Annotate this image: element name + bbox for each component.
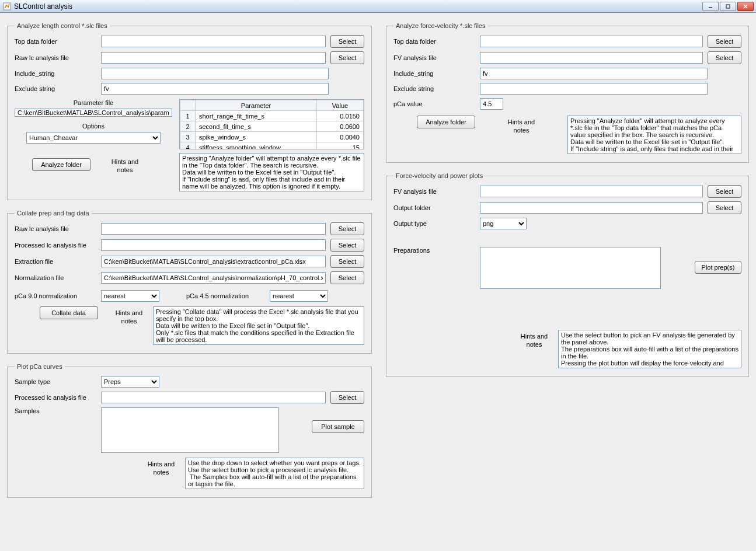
lc-raw-file-input[interactable]: [101, 52, 326, 64]
collate-pca45-label: pCa 4.5 normalization: [186, 292, 249, 299]
collate-processed-select-button[interactable]: Select: [330, 239, 364, 252]
window-buttons: [702, 2, 754, 11]
fv-pca-value-label: pCa value: [393, 100, 475, 107]
collate-processed-label: Processed lc analysis file: [15, 242, 96, 249]
fvp-output-folder-input[interactable]: [480, 202, 703, 214]
collate-hints-notes[interactable]: Pressing "Collate data" will process the…: [153, 306, 364, 345]
lc-top-folder-input[interactable]: [101, 36, 326, 47]
collate-normalization-label: Normalization file: [15, 274, 96, 281]
collate-raw-input[interactable]: [101, 223, 326, 235]
fvp-analysis-file-label: FV analysis file: [393, 188, 475, 195]
fv-top-folder-label: Top data folder: [393, 38, 475, 45]
pca-hints-label: Hints and notes: [144, 458, 178, 489]
collate-data-button[interactable]: Collate data: [40, 306, 98, 319]
fv-analysis-file-select-button[interactable]: Select: [708, 51, 741, 64]
param-table-head-value: Value: [317, 100, 364, 111]
lc-options-label: Options: [15, 123, 172, 130]
collate-normalization-select-button[interactable]: Select: [330, 271, 364, 284]
lc-parameter-file-label: Parameter file: [15, 99, 172, 106]
fv-top-folder-input[interactable]: [480, 36, 703, 47]
collate-pca90-label: pCa 9.0 normalization: [15, 292, 96, 299]
collate-normalization-input[interactable]: [101, 272, 326, 284]
collate-extraction-select-button[interactable]: Select: [330, 255, 364, 268]
lc-include-label: Include_string: [15, 70, 96, 77]
lc-exclude-label: Exclude string: [15, 85, 96, 92]
fvp-output-folder-select-button[interactable]: Select: [708, 201, 741, 214]
lc-top-folder-label: Top data folder: [15, 38, 96, 45]
lc-include-input[interactable]: [101, 68, 329, 79]
panel-collate-caption: Collate prep and tag data: [15, 210, 92, 217]
collate-raw-label: Raw lc analysis file: [15, 225, 96, 232]
panel-analyze-fv: Analyze force-velocity *.slc files Top d…: [386, 22, 749, 163]
pca-samples-label: Samples: [15, 407, 96, 414]
panel-fv-power: Force-velocity and power plots FV analys…: [386, 172, 749, 377]
lc-parameter-file-input[interactable]: [15, 109, 172, 117]
fv-analysis-file-input[interactable]: [480, 52, 703, 64]
fv-hints-label: Hints and notes: [504, 116, 538, 135]
fv-hints-notes[interactable]: Pressing "Analyze folder" will attempt t…: [567, 116, 741, 154]
collate-processed-input[interactable]: [101, 239, 326, 251]
lc-analyze-folder-button[interactable]: Analyze folder: [32, 158, 90, 171]
collate-hints-label: Hints and notes: [112, 306, 146, 345]
plot-sample-button[interactable]: Plot sample: [312, 420, 364, 433]
pca-hints-notes[interactable]: Use the drop down to select whether you …: [185, 458, 364, 489]
fvp-analysis-file-input[interactable]: [480, 186, 703, 197]
fv-top-folder-select-button[interactable]: Select: [708, 35, 741, 48]
table-row: 4stiffness_smoothing_window15: [180, 142, 364, 150]
lc-raw-file-label: Raw lc analysis file: [15, 54, 96, 61]
lc-raw-file-select-button[interactable]: Select: [330, 51, 364, 64]
window-title: SLControl analysis: [14, 2, 702, 11]
table-row: 1short_range_fit_time_s0.0150: [180, 111, 364, 121]
fvp-preparations-listbox[interactable]: [480, 247, 661, 289]
panel-analyze-length-caption: Analyze length control *.slc files: [15, 22, 110, 29]
fv-include-label: Include_string: [393, 70, 475, 77]
lc-options-select[interactable]: Human_Cheavar: [26, 132, 161, 144]
fvp-preparations-label: Preparations: [393, 247, 475, 254]
panel-fv-power-caption: Force-velocity and power plots: [393, 172, 485, 179]
fv-exclude-input[interactable]: [480, 83, 708, 95]
lc-parameter-table[interactable]: Parameter Value 1short_range_fit_time_s0…: [179, 99, 364, 149]
panel-plot-pca-caption: Plot pCa curves: [15, 363, 65, 370]
minimize-button[interactable]: [702, 2, 719, 11]
fv-include-input[interactable]: [480, 68, 708, 79]
fvp-output-type-label: Output type: [393, 220, 475, 227]
table-row: 2second_fit_time_s0.0600: [180, 121, 364, 132]
panel-analyze-length: Analyze length control *.slc files Top d…: [7, 22, 372, 200]
panel-collate: Collate prep and tag data Raw lc analysi…: [7, 210, 372, 354]
lc-hints-label: Hints and notes: [108, 155, 142, 175]
lc-exclude-input[interactable]: [101, 83, 329, 95]
fvp-output-folder-label: Output folder: [393, 204, 475, 211]
pca-processed-input[interactable]: [101, 392, 326, 403]
pca-processed-select-button[interactable]: Select: [330, 391, 364, 404]
lc-top-folder-select-button[interactable]: Select: [330, 35, 364, 48]
fv-pca-value-input[interactable]: [480, 98, 503, 110]
app-icon: [2, 2, 12, 11]
lc-hints-notes[interactable]: Pressing "Analyze folder" will attempt t…: [179, 153, 364, 191]
close-button[interactable]: [737, 2, 754, 11]
svg-rect-2: [726, 5, 730, 8]
fv-exclude-label: Exclude string: [393, 85, 475, 92]
maximize-button[interactable]: [720, 2, 736, 11]
panel-plot-pca: Plot pCa curves Sample type Preps Proces…: [7, 363, 372, 498]
plot-preps-button[interactable]: Plot prep(s): [695, 261, 741, 274]
pca-sample-type-label: Sample type: [15, 378, 96, 385]
collate-extraction-input[interactable]: [101, 256, 326, 267]
collate-pca45-select[interactable]: nearest: [270, 290, 328, 302]
collate-extraction-label: Extraction file: [15, 258, 96, 265]
fv-analysis-file-label: FV analysis file: [393, 54, 475, 61]
param-table-head-param: Parameter: [196, 100, 317, 111]
fvp-analysis-file-select-button[interactable]: Select: [708, 185, 741, 198]
table-row: 3spike_window_s0.0040: [180, 132, 364, 142]
panel-analyze-fv-caption: Analyze force-velocity *.slc files: [393, 22, 487, 29]
fv-analyze-folder-button[interactable]: Analyze folder: [417, 116, 475, 128]
fvp-hints-notes[interactable]: Use the select button to pick an FV anal…: [558, 330, 741, 368]
collate-pca90-select[interactable]: nearest: [101, 290, 159, 302]
collate-raw-select-button[interactable]: Select: [330, 222, 364, 235]
fvp-hints-label: Hints and notes: [517, 330, 551, 368]
fvp-output-type-select[interactable]: png: [480, 218, 527, 229]
pca-sample-type-select[interactable]: Preps: [101, 376, 159, 388]
titlebar: SLControl analysis: [0, 0, 756, 13]
pca-samples-listbox[interactable]: [101, 407, 279, 453]
pca-processed-label: Processed lc analysis file: [15, 394, 96, 401]
